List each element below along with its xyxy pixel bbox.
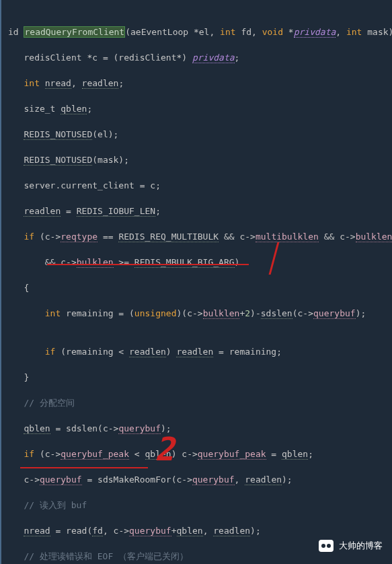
gutter	[0, 0, 5, 564]
wechat-icon	[319, 540, 334, 552]
watermark-text: 大帅的博客	[339, 539, 383, 552]
code-line: id readQueryFromClient(aeEventLoop *el, …	[8, 26, 392, 38]
watermark: 大帅的博客	[319, 539, 383, 552]
code-line: REDIS_NOTUSED(el);	[8, 128, 392, 141]
code-editor[interactable]: id readQueryFromClient(aeEventLoop *el, …	[0, 0, 392, 564]
code-line: qblen = sdslen(c->querybuf);	[8, 422, 392, 435]
code-line: {	[8, 281, 392, 294]
code-line: if (c->querybuf_peak < qblen) c->querybu…	[8, 448, 392, 460]
code-line: REDIS_NOTUSED(mask);	[8, 153, 392, 166]
code-line: }	[8, 371, 392, 384]
code-line: // 分配空间	[8, 396, 392, 409]
code-line: // 读入到 buf	[8, 499, 392, 512]
function-name-highlight: readQueryFromClient	[24, 26, 125, 38]
code-line: redisClient *c = (redisClient*) privdata…	[8, 51, 392, 64]
code-line: size_t qblen;	[8, 102, 392, 115]
code-line: c->querybuf = sdsMakeRoomFor(c->querybuf…	[8, 473, 392, 486]
annotation-underline-1	[47, 264, 249, 265]
annotation-number-2: 2	[155, 443, 174, 456]
code-line: if (remaining < readlen) readlen = remai…	[8, 345, 392, 358]
code-line: int remaining = (unsigned)(c->bulklen+2)…	[8, 307, 392, 320]
code-line: server.current_client = c;	[8, 179, 392, 192]
annotation-underline-2	[20, 467, 148, 468]
code-line: if (c->reqtype == REDIS_REQ_MULTIBULK &&…	[8, 230, 392, 243]
code-line: nread = read(fd, c->querybuf+qblen, read…	[8, 524, 392, 537]
code-line: && c->bulklen >= REDIS_MBULK_BIG_ARG)	[8, 256, 392, 269]
code-line: int nread, readlen;	[8, 77, 392, 90]
code-line: readlen = REDIS_IOBUF_LEN;	[8, 205, 392, 217]
